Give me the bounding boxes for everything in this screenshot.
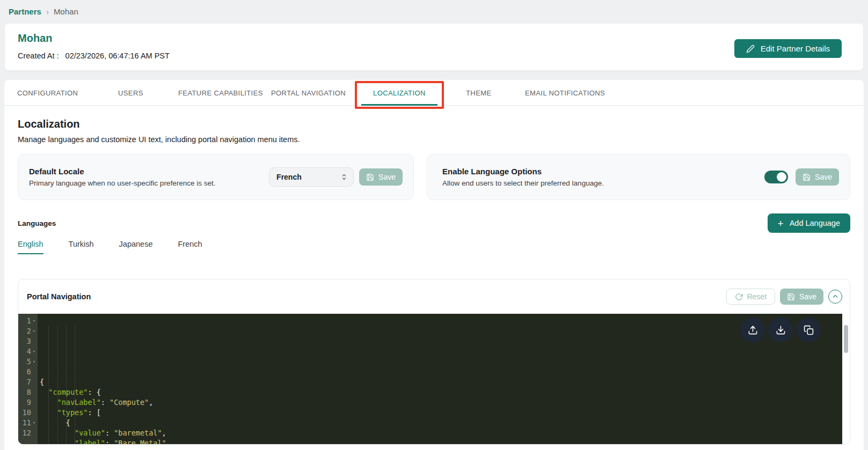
floppy-icon [803, 173, 811, 181]
code-line: "compute": { [40, 387, 842, 397]
tab-configuration[interactable]: CONFIGURATION [5, 80, 90, 106]
copy-icon [804, 325, 814, 335]
tab-theme[interactable]: THEME [454, 80, 504, 106]
gutter-line: 2▾ [18, 326, 38, 336]
floppy-icon [366, 173, 374, 181]
fold-arrow-icon[interactable]: ▾ [31, 326, 37, 336]
code-line: { [40, 377, 842, 387]
languages-label: Languages [18, 219, 56, 227]
portal-navigation-title: Portal Navigation [27, 292, 91, 301]
chevron-updown-icon [341, 173, 347, 181]
gutter-line: 3 [18, 336, 38, 346]
default-locale-select[interactable]: French [269, 167, 354, 187]
default-locale-description: Primary language when no user-specific p… [29, 179, 215, 187]
edit-partner-details-button[interactable]: Edit Partner Details [734, 39, 842, 58]
gutter-line: 9 [18, 397, 38, 408]
code-line: "navLabel": "Compute", [40, 397, 842, 408]
gutter-line: 10 [18, 408, 38, 418]
refresh-icon [735, 293, 743, 301]
code-line: { [40, 418, 842, 428]
upload-icon [748, 325, 758, 335]
plus-icon: + [778, 218, 784, 228]
download-icon [776, 325, 786, 335]
gutter-line: 12 [18, 428, 38, 438]
portal-navigation-card: Portal Navigation Reset Save [18, 279, 850, 445]
page-description: Manage languages and customize UI text, … [18, 135, 850, 144]
breadcrumb-partners-link[interactable]: Partners [9, 7, 41, 16]
default-locale-save-button[interactable]: Save [359, 168, 403, 186]
page-title: Localization [18, 106, 850, 130]
chevron-up-icon [831, 293, 839, 300]
gutter-line: 1▾ [18, 316, 38, 326]
gutter-line: 7 [18, 377, 38, 387]
created-at-label: Created At : [18, 51, 59, 60]
default-locale-card: Default Locale Primary language when no … [18, 154, 414, 200]
floppy-icon [787, 293, 795, 301]
language-tabs: English Turkish Japanese French [18, 240, 850, 254]
settings-cards-row: Default Locale Primary language when no … [18, 154, 850, 200]
gutter-line: 5▾ [18, 357, 38, 367]
code-line: "label": "Bare Metal", [40, 438, 842, 445]
scrollbar-thumb[interactable] [844, 325, 848, 353]
copy-button[interactable] [796, 318, 821, 342]
editor-code[interactable]: { "compute": { "navLabel": "Compute", "t… [38, 314, 842, 445]
created-at-row: Created At : 02/23/2026, 06:47:16 AM PST [18, 51, 850, 60]
enable-language-options-toggle[interactable] [764, 171, 788, 183]
editor-gutter: 1▾2▾34▾5▾67891011▾12 [18, 314, 38, 445]
localization-content: Localization Manage languages and custom… [4, 106, 864, 445]
portal-save-button[interactable]: Save [780, 289, 823, 305]
enable-language-options-description: Allow end users to select their preferre… [442, 179, 604, 187]
fold-arrow-icon[interactable]: ▾ [31, 346, 37, 357]
languages-header: Languages + Add Language [18, 213, 850, 233]
fold-arrow-icon[interactable]: ▾ [31, 316, 37, 326]
gutter-line: 8 [18, 387, 38, 397]
language-tab-japanese[interactable]: Japanese [119, 240, 153, 254]
created-at-value: 02/23/2026, 06:47:16 AM PST [65, 51, 170, 60]
breadcrumb-current: Mohan [54, 7, 78, 16]
upload-button[interactable] [740, 318, 765, 342]
language-tab-english[interactable]: English [18, 240, 43, 254]
language-tab-french[interactable]: French [178, 240, 202, 254]
enable-language-options-title: Enable Language Options [442, 167, 604, 176]
breadcrumb-separator: › [46, 7, 49, 16]
default-locale-selected-value: French [276, 173, 302, 181]
tab-email-notifications[interactable]: EMAIL NOTIFICATIONS [513, 80, 617, 106]
breadcrumb: Partners › Mohan [0, 0, 868, 17]
code-line: "types": [ [40, 408, 842, 418]
gutter-line: 6 [18, 367, 38, 377]
pencil-icon [746, 45, 755, 53]
language-tab-turkish[interactable]: Turkish [69, 240, 94, 254]
main-panel: CONFIGURATION USERS FEATURE CAPABILITIES… [4, 80, 864, 450]
json-editor[interactable]: 1▾2▾34▾5▾67891011▾12 { "compute": { "nav… [18, 314, 842, 445]
download-button[interactable] [768, 318, 793, 342]
enable-language-options-save-button[interactable]: Save [796, 168, 839, 186]
tab-bar: CONFIGURATION USERS FEATURE CAPABILITIES… [4, 80, 864, 106]
fold-arrow-icon[interactable]: ▾ [31, 357, 37, 367]
add-language-button[interactable]: + Add Language [768, 213, 850, 233]
gutter-line: 4▾ [18, 346, 38, 357]
collapse-button[interactable] [828, 290, 842, 304]
code-line: "value": "baremetal", [40, 428, 842, 438]
tab-feature-capabilities[interactable]: FEATURE CAPABILITIES [166, 80, 275, 106]
editor-scrollbar[interactable] [842, 314, 850, 445]
partner-name: Mohan [18, 32, 850, 45]
json-editor-wrap: 1▾2▾34▾5▾67891011▾12 { "compute": { "nav… [18, 314, 850, 445]
tab-portal-navigation[interactable]: PORTAL NAVIGATION [259, 80, 358, 106]
partner-header-card: Mohan Created At : 02/23/2026, 06:47:16 … [4, 23, 864, 71]
tab-localization[interactable]: LOCALIZATION [361, 80, 437, 106]
portal-navigation-header: Portal Navigation Reset Save [18, 279, 850, 314]
fold-arrow-icon[interactable]: ▾ [31, 418, 37, 428]
tab-users[interactable]: USERS [106, 80, 155, 106]
enable-language-options-card: Enable Language Options Allow end users … [427, 154, 850, 200]
gutter-line: 11▾ [18, 418, 38, 428]
default-locale-title: Default Locale [29, 167, 215, 176]
toggle-knob [777, 172, 786, 182]
reset-button[interactable]: Reset [726, 289, 776, 305]
